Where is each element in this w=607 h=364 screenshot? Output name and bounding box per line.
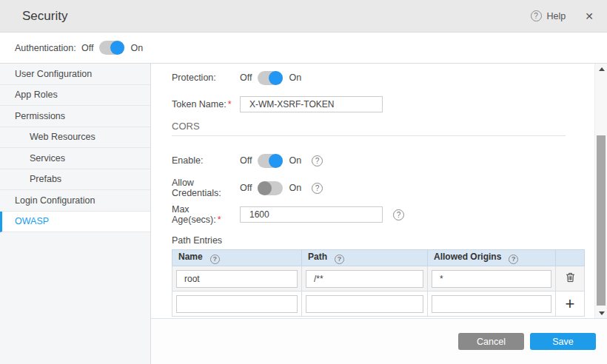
max-age-help-icon[interactable]: ? <box>393 209 404 220</box>
cors-section-heading: CORS <box>172 120 566 132</box>
sidebar-item-label: OWASP <box>15 216 49 226</box>
protection-on-label: On <box>289 73 301 83</box>
protection-label: Protection: <box>172 73 240 83</box>
sidebar-item-permissions[interactable]: Permissions <box>0 106 150 127</box>
sidebar-item-prefabs[interactable]: Prefabs <box>0 169 150 191</box>
cors-enable-toggle[interactable] <box>258 154 283 168</box>
name-help-icon[interactable]: ? <box>210 255 220 264</box>
section-divider <box>172 135 566 136</box>
triangle-up-icon <box>599 67 605 71</box>
sidebar: User Configuration App Roles Permissions… <box>0 64 151 364</box>
allow-credentials-help-icon[interactable]: ? <box>312 183 323 194</box>
sidebar-item-app-roles[interactable]: App Roles <box>0 85 150 107</box>
sidebar-item-label: Login Configuration <box>15 195 95 206</box>
scrollbar-up-arrow[interactable] <box>595 64 607 74</box>
cors-enable-row: Enable: Off On ? <box>172 153 566 168</box>
sidebar-item-owasp[interactable]: OWASP <box>0 212 150 233</box>
sidebar-item-label: Prefabs <box>30 174 61 184</box>
path-entry-name-input[interactable] <box>176 270 298 288</box>
protection-row: Protection: Off On <box>172 70 566 85</box>
authentication-bar: Authentication: Off On <box>0 33 607 64</box>
add-row-button[interactable]: + <box>561 294 580 314</box>
dialog-footer: Cancel Save <box>151 319 607 364</box>
column-header-path: Path? <box>302 250 428 266</box>
path-entry-origins-input[interactable] <box>432 295 551 313</box>
column-header-name: Name? <box>172 250 302 266</box>
help-icon: ? <box>531 10 542 21</box>
path-entry-path-input[interactable] <box>306 295 423 313</box>
required-asterisk: * <box>218 215 221 225</box>
authentication-label: Authentication: <box>15 43 81 53</box>
sidebar-item-label: User Configuration <box>15 69 92 79</box>
sidebar-item-web-resources[interactable]: Web Resources <box>0 127 150 149</box>
sidebar-item-user-configuration[interactable]: User Configuration <box>0 64 150 85</box>
allow-credentials-toggle[interactable] <box>258 181 283 195</box>
allow-credentials-row: Allow Credentials: Off On ? <box>172 181 566 195</box>
protection-toggle[interactable] <box>258 71 283 85</box>
vertical-scrollbar[interactable] <box>594 64 607 318</box>
table-header-row: Name? Path? Allowed Origins? <box>172 250 585 266</box>
path-entries-heading: Path Entries <box>172 235 566 246</box>
table-row <box>172 266 585 291</box>
sidebar-item-label: Web Resources <box>30 132 95 142</box>
toggle-knob <box>110 41 124 55</box>
path-entry-path-input[interactable] <box>306 270 423 288</box>
page-title: Security <box>22 9 531 24</box>
trash-icon <box>566 272 575 283</box>
token-name-input[interactable] <box>240 96 383 112</box>
path-help-icon[interactable]: ? <box>335 255 344 264</box>
protection-off-label: Off <box>240 73 252 83</box>
owasp-settings-panel: Protection: Off On Token Name:* CORS <box>151 64 607 319</box>
path-entry-origins-input[interactable] <box>432 270 551 288</box>
token-name-label: Token Name:* <box>172 99 240 109</box>
sidebar-item-login-configuration[interactable]: Login Configuration <box>0 190 150 212</box>
toggle-knob <box>269 154 283 168</box>
authentication-toggle[interactable] <box>99 41 124 55</box>
security-dialog: Security ? Help ✕ Authentication: Off On… <box>0 0 607 364</box>
sidebar-item-label: App Roles <box>15 90 58 100</box>
path-entry-name-input[interactable] <box>176 295 298 313</box>
sidebar-item-label: Permissions <box>15 111 65 121</box>
column-header-allowed-origins: Allowed Origins? <box>428 250 556 266</box>
sidebar-item-label: Services <box>30 153 65 164</box>
triangle-down-icon <box>599 311 605 315</box>
required-asterisk: * <box>228 99 232 109</box>
table-row: + <box>172 291 585 317</box>
toggle-knob <box>269 71 283 85</box>
max-age-label: Max Age(secs):* <box>172 204 240 225</box>
delete-row-button[interactable] <box>561 271 580 286</box>
token-name-row: Token Name:* <box>172 96 566 112</box>
authentication-off-label: Off <box>81 43 93 53</box>
enable-on-label: On <box>289 155 301 166</box>
allowed-origins-help-icon[interactable]: ? <box>509 255 518 264</box>
enable-off-label: Off <box>240 155 252 166</box>
cancel-button[interactable]: Cancel <box>458 333 524 350</box>
max-age-input[interactable] <box>240 206 383 223</box>
sidebar-item-services[interactable]: Services <box>0 148 150 169</box>
close-icon[interactable]: ✕ <box>582 9 597 24</box>
help-label: Help <box>547 11 566 21</box>
allow-credentials-off-label: Off <box>240 183 252 193</box>
allow-credentials-label: Allow Credentials: <box>172 178 240 198</box>
save-button[interactable]: Save <box>530 333 596 350</box>
path-entries-table: Name? Path? Allowed Origins? <box>172 249 585 317</box>
enable-label: Enable: <box>172 155 240 166</box>
max-age-row: Max Age(secs):* ? <box>172 206 566 223</box>
allow-credentials-on-label: On <box>289 183 301 193</box>
enable-help-icon[interactable]: ? <box>312 155 323 166</box>
toggle-knob <box>258 181 272 195</box>
help-button[interactable]: ? Help <box>531 10 566 21</box>
scrollbar-thumb[interactable] <box>597 135 606 306</box>
authentication-on-label: On <box>130 43 143 53</box>
dialog-header: Security ? Help ✕ <box>0 0 607 33</box>
scrollbar-down-arrow[interactable] <box>595 308 607 318</box>
plus-icon: + <box>566 294 575 313</box>
column-header-actions <box>556 250 585 266</box>
